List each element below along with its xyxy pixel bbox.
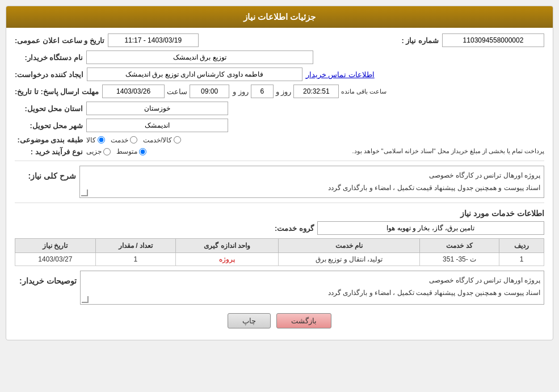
process-option-jozii[interactable]: جزیی <box>86 147 111 155</box>
buyer-notes-box: پروژه اورهال ترانس در کارگاه خصوصی اسناد… <box>80 271 544 305</box>
table-row: 1 ت -35- 351 تولید، انتقال و توزیع برق پ… <box>15 253 544 266</box>
announce-label: تاریخ و ساعت اعلان عمومی: <box>15 36 104 45</box>
process-radio-group: متوسط جزیی <box>86 147 146 155</box>
province-label: استان محل تحویل: <box>15 104 83 113</box>
need-number-label: شماره نیاز : <box>371 36 439 45</box>
announce-date-input[interactable] <box>108 33 199 47</box>
remaining-time-input <box>293 85 339 98</box>
buyer-notes-resize[interactable] <box>82 296 89 303</box>
description-line1: پروژه اورهال ترانس در کارگاه خصوصی <box>83 170 540 182</box>
cell-row: 1 <box>499 253 544 266</box>
col-header-code: کد خدمت <box>420 239 499 253</box>
deadline-label: مهلت ارسال پاسخ: تا تاریخ: <box>15 87 99 96</box>
back-button[interactable]: بازگشت <box>276 313 331 328</box>
process-option-mutawasit[interactable]: متوسط <box>116 147 146 155</box>
days-input <box>251 85 274 98</box>
cell-code: ت -35- 351 <box>420 253 499 266</box>
col-header-name: نام خدمت <box>279 239 420 253</box>
buyer-notes-line2: اسناد پیوست و همچنین جدول پیشنهاد قیمت ت… <box>84 287 540 300</box>
services-title: اطلاعات خدمات مورد نیاز <box>15 209 544 218</box>
need-number-input[interactable] <box>442 33 544 47</box>
province-input[interactable] <box>86 102 228 115</box>
service-group-label: گروه خدمت: <box>263 224 314 233</box>
description-title: شرح کلی نیاز: <box>19 171 76 180</box>
col-header-unit: واحد اندازه گیری <box>176 239 279 253</box>
buyer-notes-title: توصیحات خریدار: <box>19 276 77 285</box>
cell-count: 1 <box>95 253 176 266</box>
col-header-date: تاریخ نیاز <box>15 239 96 253</box>
services-table: ردیف کد خدمت نام خدمت واحد اندازه گیری ت… <box>15 238 544 266</box>
time-label: ساعت <box>167 87 187 96</box>
cell-unit: پروژه <box>176 253 279 266</box>
category-option-kala[interactable]: کالا <box>86 136 105 144</box>
page-title: جزئیات اطلاعات نیاز <box>243 12 316 22</box>
days-and-label: روز و <box>276 87 292 96</box>
cell-date: 1403/03/27 <box>15 253 96 266</box>
description-box: پروژه اورهال ترانس در کارگاه خصوصی اسناد… <box>79 166 544 198</box>
city-input[interactable] <box>86 119 228 132</box>
description-line2: اسناد پیوست و همچنین جدول پیشنهاد قیمت ت… <box>83 182 540 195</box>
buyer-notes-line1: پروژه اورهال ترانس در کارگاه خصوصی <box>84 275 540 287</box>
days-word: روز و <box>233 87 249 96</box>
deadline-date-input[interactable] <box>102 85 165 98</box>
creator-label: ایجاد کننده درخواست: <box>15 70 83 79</box>
category-option-khadmat-kala[interactable]: کالا/خدمت <box>143 136 181 144</box>
service-group-input[interactable] <box>317 221 544 235</box>
print-button[interactable]: چاپ <box>228 313 271 328</box>
creator-link[interactable]: اطلاعات تماس خریدار <box>306 70 375 79</box>
process-label: نوع فرآیند خرید : <box>15 147 83 156</box>
buyer-name-input[interactable] <box>86 50 313 64</box>
category-option-khadmat[interactable]: خدمت <box>111 136 137 144</box>
col-header-count: تعداد / مقدار <box>95 239 176 253</box>
city-label: شهر محل تحویل: <box>15 121 83 130</box>
resize-handle[interactable] <box>81 189 88 196</box>
remaining-label: ساعت باقی مانده <box>341 88 386 95</box>
category-label: طبقه بندی موضوعی: <box>15 136 83 144</box>
col-header-row: ردیف <box>499 239 544 253</box>
creator-input[interactable] <box>87 68 302 81</box>
process-note: پرداخت تمام یا بخشی از مبلغ خریداز محل "… <box>352 147 544 155</box>
buyer-name-label: نام دستگاه خریدار: <box>15 53 83 62</box>
footer-buttons: بازگشت چاپ <box>15 313 544 328</box>
page-header: جزئیات اطلاعات نیاز <box>6 6 553 28</box>
category-radio-group: کالا/خدمت خدمت کالا <box>86 136 181 144</box>
deadline-time-input[interactable] <box>190 85 229 98</box>
cell-name: تولید، انتقال و توزیع برق <box>279 253 420 266</box>
